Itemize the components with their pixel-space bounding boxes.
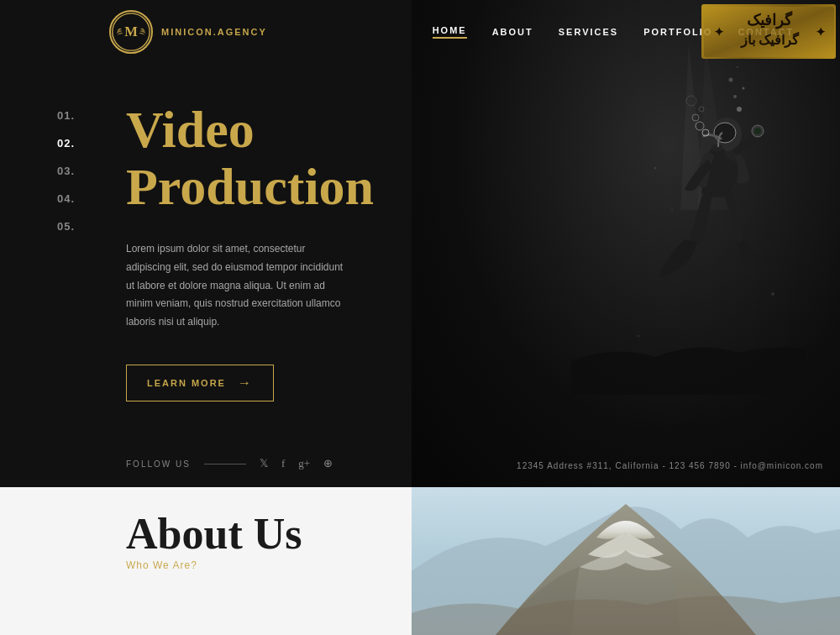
slide-num-1[interactable]: 01.	[57, 109, 75, 122]
page-wrapper: گرافیک گرافیک باز ✦ ✦	[0, 0, 840, 635]
logo-text: MINICON.AGENCY	[161, 27, 267, 37]
logo-area: M MINICON.AGENCY	[0, 10, 412, 54]
facebook-icon[interactable]: f	[281, 457, 285, 470]
contact-info-bar: 12345 Address #311, California - 123 456…	[517, 461, 823, 470]
svg-point-13	[714, 123, 736, 143]
svg-point-24	[671, 209, 673, 211]
slide-num-3[interactable]: 03.	[57, 165, 75, 177]
watermark: گرافیک گرافیک باز ✦ ✦	[701, 4, 836, 59]
about-section-preview: About Us Who We Are?	[0, 487, 412, 635]
nav-about[interactable]: ABOUT	[492, 27, 533, 37]
svg-text:M: M	[124, 24, 138, 39]
slide-num-2[interactable]: 02.	[57, 137, 75, 150]
about-title: About Us	[126, 512, 378, 556]
svg-text:✦: ✦	[714, 25, 724, 39]
svg-point-11	[737, 66, 738, 68]
diver-image	[571, 42, 806, 395]
social-follow-area: FOLLOW US 𝕏 f g+ ⊕	[126, 457, 333, 470]
follow-label: FOLLOW US	[126, 459, 191, 469]
mountain-background	[412, 487, 840, 635]
follow-divider	[204, 464, 246, 464]
about-subtitle: Who We Are?	[126, 559, 378, 571]
svg-text:گرافیک: گرافیک	[747, 10, 793, 29]
slide-numbers: 01. 02. 03. 04. 05.	[57, 109, 75, 233]
nav-services[interactable]: SERVICES	[559, 27, 618, 37]
mountain-image-panel	[412, 487, 840, 635]
svg-point-7	[737, 107, 742, 112]
svg-point-26	[638, 335, 640, 338]
learn-more-button[interactable]: LEARN MORE →	[126, 365, 274, 401]
rss-icon[interactable]: ⊕	[323, 457, 333, 470]
googleplus-icon[interactable]: g+	[298, 457, 310, 470]
svg-point-8	[733, 95, 737, 98]
underwater-background	[412, 0, 840, 487]
svg-rect-15	[712, 144, 722, 151]
svg-point-23	[654, 167, 657, 170]
svg-point-10	[729, 78, 733, 82]
twitter-icon[interactable]: 𝕏	[260, 457, 268, 470]
svg-point-25	[771, 292, 774, 296]
slide-num-4[interactable]: 04.	[57, 192, 75, 205]
logo-emblem: M	[109, 10, 153, 54]
hero-content: Video Production Lorem ipsum dolor sit a…	[126, 101, 374, 401]
slide-num-5[interactable]: 05.	[57, 220, 75, 233]
left-hero-panel: 01. 02. 03. 04. 05. Video Production Lor…	[0, 0, 412, 487]
svg-text:✦: ✦	[816, 25, 826, 39]
svg-text:گرافیک باز: گرافیک باز	[739, 31, 799, 48]
svg-point-9	[743, 87, 745, 90]
right-image-panel: 12345 Address #311, California - 123 456…	[412, 0, 840, 487]
svg-point-17	[754, 128, 761, 134]
nav-home[interactable]: HOME	[433, 25, 467, 39]
hero-title: Video Production	[126, 101, 374, 215]
bottom-section: About Us Who We Are?	[0, 487, 840, 635]
arrow-icon: →	[238, 375, 253, 391]
hero-description: Lorem ipsum dolor sit amet, consectetur …	[126, 240, 353, 331]
